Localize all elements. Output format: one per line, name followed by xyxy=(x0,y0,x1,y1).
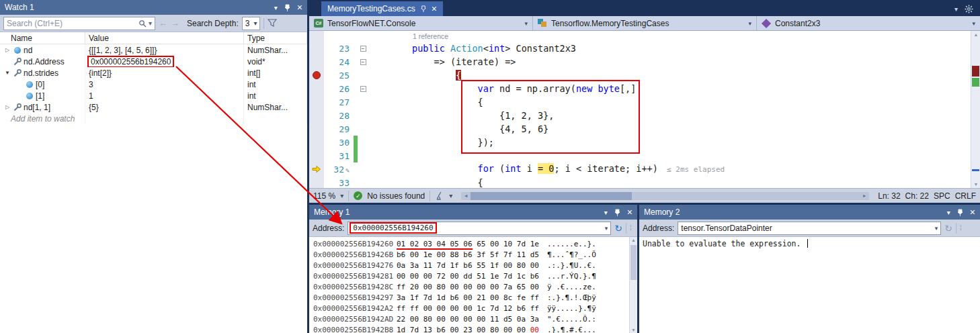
scroll-down-icon[interactable]: ▼ xyxy=(631,328,636,332)
refresh-icon[interactable]: ↻ xyxy=(944,223,952,234)
scroll-left-icon[interactable]: ◄ xyxy=(461,193,471,198)
breakpoint-margin[interactable] xyxy=(309,149,324,162)
expander-expanded-icon[interactable]: ▼ xyxy=(3,70,12,76)
scroll-up-icon[interactable]: ▲ xyxy=(631,238,636,242)
issues-text[interactable]: No issues found xyxy=(367,191,425,201)
breakpoint-margin[interactable] xyxy=(309,42,324,55)
memory1-rows[interactable]: 0x000002556B19426001 02 03 04 05 06 65 0… xyxy=(309,237,637,333)
memory1-address-combo[interactable]: 0x000002556B194260 ▾ xyxy=(348,222,611,235)
close-tab-icon[interactable]: × xyxy=(432,4,437,13)
memory-row[interactable]: 0x000002556B19426Bb6 00 1e 00 88 b6 3f 5… xyxy=(313,249,637,260)
window-menu-icon[interactable]: ▾ xyxy=(604,209,608,216)
breakpoint-margin[interactable] xyxy=(309,176,324,188)
codelens-references[interactable]: 1 reference xyxy=(368,32,448,40)
refresh-icon[interactable]: ↻ xyxy=(614,223,622,234)
memory2-address-value[interactable]: tensor.TensorDataPointer xyxy=(681,224,772,233)
pin-icon[interactable] xyxy=(614,209,621,216)
code-text[interactable]: {1, 2, 3}, xyxy=(368,109,554,122)
pin-icon[interactable] xyxy=(284,4,291,11)
close-icon[interactable]: × xyxy=(297,3,302,12)
issues-check-icon[interactable]: ✓ xyxy=(354,191,362,200)
memory-row[interactable]: 0x000002556B1942B81d 7d 13 b6 00 23 00 8… xyxy=(313,324,637,333)
tab-list-icon[interactable]: ▾ xyxy=(954,5,958,13)
watch-titlebar[interactable]: Watch 1 ▾ × xyxy=(0,0,307,15)
search-depth-combo[interactable]: 3 ▾ xyxy=(242,17,261,30)
memory-hex-bytes[interactable]: ff ff 00 00 00 00 1c 7d 12 b6 ff xyxy=(397,304,547,313)
memory-hex-bytes[interactable]: 3a 1f 7d 1d b6 00 21 00 8c fe ff xyxy=(397,293,547,302)
memory-row[interactable]: 0x000002556B1942760a 3a 11 7d 1f b6 55 1… xyxy=(313,260,637,271)
memory-hex-bytes[interactable]: 1d 7d 13 b6 00 23 00 80 00 00 00 xyxy=(397,326,547,333)
watch-value[interactable]: {5} xyxy=(85,101,244,113)
collapse-region-icon[interactable]: − xyxy=(358,55,368,68)
zoom-dropdown-icon[interactable]: ▾ xyxy=(340,192,343,199)
watch-search[interactable]: ▾ xyxy=(3,17,155,30)
window-menu-icon[interactable]: ▾ xyxy=(274,4,278,11)
breakpoint-icon[interactable] xyxy=(309,68,324,82)
pin-tab-icon[interactable] xyxy=(420,5,427,12)
cleanup-dropdown-icon[interactable]: ▾ xyxy=(449,192,452,199)
memory1-titlebar[interactable]: Memory 1 ▾ × xyxy=(309,205,637,220)
window-menu-icon[interactable]: ▾ xyxy=(947,209,950,216)
hscroll-thumb[interactable] xyxy=(471,192,632,200)
memory-row[interactable]: 0x000002556B19426001 02 03 04 05 06 65 0… xyxy=(313,238,637,249)
code-text[interactable]: }); xyxy=(368,136,494,149)
memory-row[interactable]: 0x000002556B19428Cff 20 00 80 00 00 00 0… xyxy=(313,281,637,292)
breakpoint-margin[interactable] xyxy=(309,109,324,122)
code-text[interactable]: { xyxy=(368,176,483,188)
toolbar-overflow-icon[interactable]: ⁞ xyxy=(960,224,963,232)
toolbar-overflow-icon[interactable]: ⁞ xyxy=(630,224,632,232)
memory-hex-bytes[interactable]: 22 00 80 00 00 00 00 11 d5 0a 3a xyxy=(397,315,547,324)
memory2-address-combo[interactable]: tensor.TensorDataPointer ▾ xyxy=(678,222,941,235)
code-editor[interactable]: 1 reference23− public Action<int> Consta… xyxy=(309,31,980,188)
memory-hex-bytes[interactable]: 00 00 00 72 00 dd 51 1e 7d 1c b6 xyxy=(397,272,547,281)
status-line-ending[interactable]: CRLF xyxy=(955,191,976,201)
watch-row[interactable]: [1]1int xyxy=(0,90,307,101)
code-text[interactable]: {4, 5, 6} xyxy=(368,122,548,136)
watch-row[interactable]: ▷nd[1, 1]{5}NumShar... xyxy=(0,101,307,113)
close-icon[interactable]: × xyxy=(627,207,632,217)
breakpoint-margin[interactable] xyxy=(309,82,324,95)
pin-icon[interactable] xyxy=(956,209,964,216)
breakpoint-margin[interactable] xyxy=(309,122,324,136)
code-text[interactable]: => (iterate) => xyxy=(368,55,516,68)
memory1-address-value[interactable]: 0x000002556B194260 xyxy=(350,222,436,234)
memory1-scrollbar[interactable]: ▲ ▼ xyxy=(629,237,637,333)
type-dropdown[interactable]: Tensorflow.MemoryTestingCases ▾ xyxy=(533,16,757,30)
code-text[interactable]: for (int i = 0; i < iterate; i++) ≤ 2ms … xyxy=(368,162,725,177)
breakpoint-margin[interactable] xyxy=(309,55,324,68)
chevron-down-icon[interactable]: ▾ xyxy=(604,225,610,232)
watch-row[interactable]: ▼nd.strides{int[2]}int[] xyxy=(0,67,307,79)
memory-hex-bytes[interactable]: 01 02 03 04 05 06 65 00 10 7d 1e xyxy=(397,240,547,248)
scroll-down-icon[interactable]: ▼ xyxy=(971,182,980,187)
breakpoint-margin[interactable] xyxy=(309,31,324,42)
watch-value[interactable]: 1 xyxy=(85,90,244,101)
watch-row[interactable]: [0]3int xyxy=(0,79,307,90)
project-dropdown[interactable]: C# TensorFlowNET.Console ▾ xyxy=(309,16,533,30)
tab-memorytestingcases[interactable]: MemoryTestingCases.cs × xyxy=(321,1,443,16)
horizontal-scrollbar[interactable]: ◄ ► xyxy=(461,192,869,200)
col-type[interactable]: Type xyxy=(244,32,307,44)
search-forward-icon[interactable]: → xyxy=(171,18,179,28)
breakpoint-margin[interactable] xyxy=(309,136,324,149)
search-back-icon[interactable]: ← xyxy=(159,18,167,28)
memory-row[interactable]: 0x000002556B1942A2ff ff 00 00 00 00 1c 7… xyxy=(313,303,637,314)
watch-row[interactable]: Add item to watch xyxy=(0,113,307,124)
watch-value[interactable] xyxy=(85,113,244,124)
watch-value[interactable]: 0x000002556b194260 xyxy=(85,56,244,67)
watch-value[interactable]: 3 xyxy=(85,79,244,90)
scroll-up-icon[interactable]: ▲ xyxy=(971,32,980,37)
code-text[interactable]: { xyxy=(368,95,483,109)
close-icon[interactable]: × xyxy=(970,207,975,217)
memory-hex-bytes[interactable]: 0a 3a 11 7d 1f b6 55 1f 00 80 00 xyxy=(397,261,547,270)
expander-collapsed-icon[interactable]: ▷ xyxy=(3,47,12,53)
editor-vertical-scrollbar[interactable]: ▲ ▼ xyxy=(971,31,980,188)
code-text[interactable]: var nd = np.array(new byte[,] xyxy=(368,82,636,95)
memory-hex-bytes[interactable]: b6 00 1e 00 88 b6 3f 5f 7f 11 d5 xyxy=(397,250,547,259)
gear-icon[interactable] xyxy=(965,5,973,13)
scroll-right-icon[interactable]: ► xyxy=(860,193,869,198)
memory2-message-area[interactable]: Unable to evaluate the expression. xyxy=(639,237,980,333)
search-options-icon[interactable]: ▾ xyxy=(149,19,152,27)
search-icon[interactable] xyxy=(138,19,147,28)
code-text[interactable]: { xyxy=(368,68,461,82)
watch-row[interactable]: ▷nd{[[1, 2, 3], [4, 5, 6]]}NumShar... xyxy=(0,44,307,56)
